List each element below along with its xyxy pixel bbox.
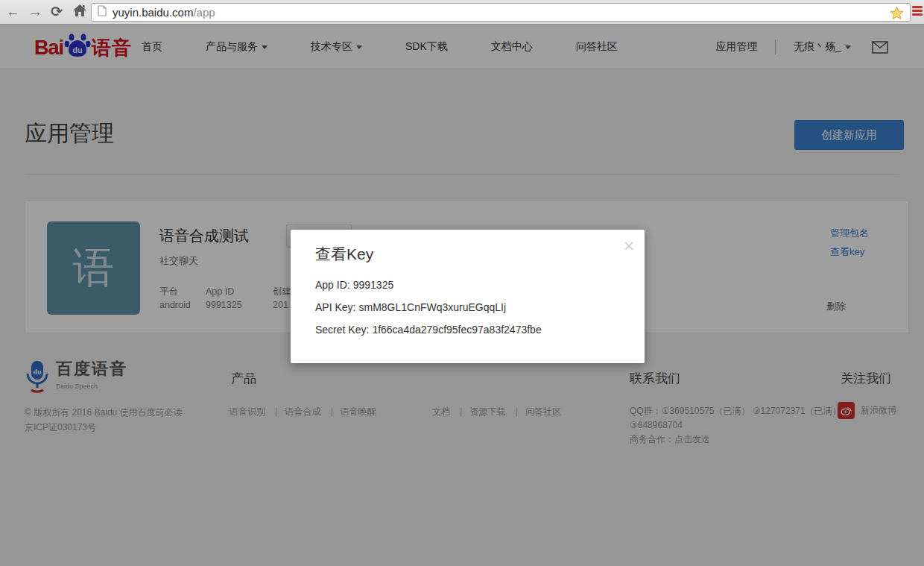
screen: ← → ⟳ yuyin.baidu.com/app Bai: [0, 0, 924, 566]
modal-title: 查看Key: [315, 244, 373, 265]
home-icon[interactable]: [73, 2, 86, 22]
back-icon[interactable]: ←: [6, 2, 20, 22]
reload-icon[interactable]: ⟳: [51, 2, 63, 22]
page-icon: [98, 5, 107, 19]
modal-app-id: App ID:9991325: [315, 279, 393, 291]
close-icon[interactable]: ×: [624, 237, 634, 255]
address-bar[interactable]: yuyin.baidu.com/app: [91, 3, 911, 22]
browser-menu-icon[interactable]: [912, 6, 923, 17]
url-host: yuyin.baidu.com: [113, 6, 193, 19]
browser-toolbar: ← → ⟳ yuyin.baidu.com/app: [0, 0, 924, 25]
forward-icon[interactable]: →: [28, 2, 42, 22]
modal-api-key: API Key:smM8GL1CnFWq3xuruEGqqLIj: [315, 301, 506, 313]
bookmark-star-icon[interactable]: [890, 6, 904, 23]
view-key-modal: 查看Key × App ID:9991325 API Key:smM8GL1Cn…: [291, 230, 645, 363]
modal-secret-key: Secret Key:1f66ca4da279cf95fec97a83f2473…: [315, 324, 542, 336]
url-path: /app: [193, 6, 215, 19]
